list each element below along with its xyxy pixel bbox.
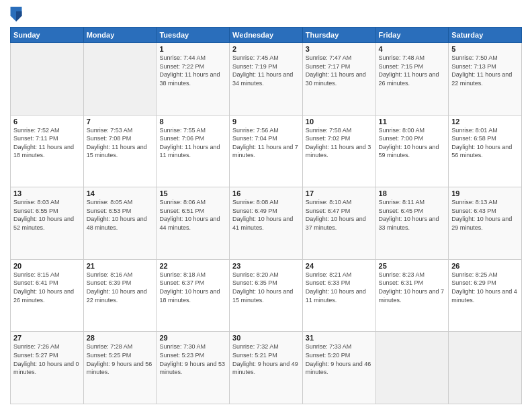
calendar-cell: 24Sunrise: 8:21 AM Sunset: 6:33 PM Dayli…	[302, 259, 375, 332]
day-info: Sunrise: 8:16 AM Sunset: 6:39 PM Dayligh…	[87, 271, 154, 304]
day-number: 21	[87, 262, 154, 270]
day-info: Sunrise: 7:32 AM Sunset: 5:21 PM Dayligh…	[232, 342, 300, 376]
calendar-cell: 15Sunrise: 8:06 AM Sunset: 6:51 PM Dayli…	[157, 187, 230, 260]
day-number: 2	[232, 45, 300, 53]
calendar-cell: 21Sunrise: 8:16 AM Sunset: 6:39 PM Dayli…	[83, 259, 157, 332]
svg-marker-1	[16, 11, 21, 21]
calendar-cell: 25Sunrise: 8:23 AM Sunset: 6:31 PM Dayli…	[375, 259, 449, 332]
day-number: 14	[87, 189, 154, 197]
calendar-cell: 28Sunrise: 7:28 AM Sunset: 5:25 PM Dayli…	[83, 332, 157, 404]
calendar-cell: 11Sunrise: 8:00 AM Sunset: 7:00 PM Dayli…	[375, 115, 449, 187]
day-info: Sunrise: 8:21 AM Sunset: 6:33 PM Dayligh…	[306, 271, 373, 304]
day-info: Sunrise: 7:56 AM Sunset: 7:04 PM Dayligh…	[232, 126, 300, 160]
day-info: Sunrise: 7:45 AM Sunset: 7:19 PM Dayligh…	[232, 54, 300, 87]
day-number: 23	[232, 262, 300, 270]
day-number: 11	[379, 118, 446, 126]
header-row: SundayMondayTuesdayWednesdayThursdayFrid…	[11, 28, 522, 43]
calendar-cell: 23Sunrise: 8:20 AM Sunset: 6:35 PM Dayli…	[230, 259, 303, 332]
day-header: Wednesday	[230, 28, 303, 43]
day-info: Sunrise: 7:26 AM Sunset: 5:27 PM Dayligh…	[13, 342, 81, 376]
day-info: Sunrise: 7:53 AM Sunset: 7:08 PM Dayligh…	[87, 126, 154, 160]
day-number: 7	[87, 118, 154, 126]
day-info: Sunrise: 8:05 AM Sunset: 6:53 PM Dayligh…	[87, 198, 154, 232]
day-info: Sunrise: 7:55 AM Sunset: 7:06 PM Dayligh…	[159, 126, 226, 160]
calendar-cell	[11, 43, 84, 116]
day-number: 16	[232, 189, 300, 197]
day-info: Sunrise: 8:23 AM Sunset: 6:31 PM Dayligh…	[379, 271, 446, 304]
day-number: 15	[159, 189, 226, 197]
day-number: 12	[451, 118, 519, 126]
day-info: Sunrise: 7:47 AM Sunset: 7:17 PM Dayligh…	[306, 54, 373, 87]
calendar-week: 6Sunrise: 7:52 AM Sunset: 7:11 PM Daylig…	[11, 115, 522, 187]
day-info: Sunrise: 7:52 AM Sunset: 7:11 PM Dayligh…	[13, 126, 81, 160]
day-info: Sunrise: 7:44 AM Sunset: 7:22 PM Dayligh…	[159, 54, 226, 87]
calendar-cell: 1Sunrise: 7:44 AM Sunset: 7:22 PM Daylig…	[157, 43, 230, 116]
day-header: Sunday	[11, 28, 84, 43]
header	[10, 7, 522, 21]
day-number: 25	[379, 262, 446, 270]
calendar-cell: 2Sunrise: 7:45 AM Sunset: 7:19 PM Daylig…	[230, 43, 303, 116]
calendar-cell: 14Sunrise: 8:05 AM Sunset: 6:53 PM Dayli…	[83, 187, 157, 260]
day-number: 9	[232, 118, 300, 126]
calendar-cell: 26Sunrise: 8:25 AM Sunset: 6:29 PM Dayli…	[449, 259, 522, 332]
day-number: 17	[306, 189, 373, 197]
day-info: Sunrise: 7:28 AM Sunset: 5:25 PM Dayligh…	[87, 342, 154, 376]
calendar-cell: 17Sunrise: 8:10 AM Sunset: 6:47 PM Dayli…	[302, 187, 375, 260]
calendar-cell: 30Sunrise: 7:32 AM Sunset: 5:21 PM Dayli…	[230, 332, 303, 404]
day-info: Sunrise: 8:13 AM Sunset: 6:43 PM Dayligh…	[451, 198, 519, 232]
day-info: Sunrise: 8:25 AM Sunset: 6:29 PM Dayligh…	[451, 271, 519, 304]
calendar-cell: 13Sunrise: 8:03 AM Sunset: 6:55 PM Dayli…	[11, 187, 84, 260]
page: SundayMondayTuesdayWednesdayThursdayFrid…	[0, 0, 532, 411]
day-info: Sunrise: 7:50 AM Sunset: 7:13 PM Dayligh…	[451, 54, 519, 87]
day-number: 19	[451, 189, 519, 197]
day-number: 8	[159, 118, 226, 126]
day-info: Sunrise: 8:11 AM Sunset: 6:45 PM Dayligh…	[379, 198, 446, 232]
calendar-cell: 4Sunrise: 7:48 AM Sunset: 7:15 PM Daylig…	[375, 43, 449, 116]
day-number: 22	[159, 262, 226, 270]
day-number: 30	[232, 334, 300, 342]
calendar-week: 20Sunrise: 8:15 AM Sunset: 6:41 PM Dayli…	[11, 259, 522, 332]
day-header: Monday	[83, 28, 157, 43]
day-header: Saturday	[449, 28, 522, 43]
calendar-cell: 10Sunrise: 7:58 AM Sunset: 7:02 PM Dayli…	[302, 115, 375, 187]
day-number: 10	[306, 118, 373, 126]
day-number: 18	[379, 189, 446, 197]
day-info: Sunrise: 7:48 AM Sunset: 7:15 PM Dayligh…	[379, 54, 446, 87]
calendar-week: 27Sunrise: 7:26 AM Sunset: 5:27 PM Dayli…	[11, 332, 522, 404]
day-info: Sunrise: 8:00 AM Sunset: 7:00 PM Dayligh…	[379, 126, 446, 160]
day-info: Sunrise: 8:06 AM Sunset: 6:51 PM Dayligh…	[159, 198, 226, 232]
calendar-cell	[83, 43, 157, 116]
day-number: 31	[306, 334, 373, 342]
day-info: Sunrise: 7:58 AM Sunset: 7:02 PM Dayligh…	[306, 126, 373, 160]
day-info: Sunrise: 7:30 AM Sunset: 5:23 PM Dayligh…	[159, 342, 226, 376]
calendar-cell: 19Sunrise: 8:13 AM Sunset: 6:43 PM Dayli…	[449, 187, 522, 260]
calendar-cell: 29Sunrise: 7:30 AM Sunset: 5:23 PM Dayli…	[157, 332, 230, 404]
calendar-cell	[375, 332, 449, 404]
day-number: 5	[451, 45, 519, 53]
day-number: 29	[159, 334, 226, 342]
day-number: 3	[306, 45, 373, 53]
day-info: Sunrise: 7:33 AM Sunset: 5:20 PM Dayligh…	[306, 342, 373, 376]
calendar-cell: 18Sunrise: 8:11 AM Sunset: 6:45 PM Dayli…	[375, 187, 449, 260]
day-header: Tuesday	[157, 28, 230, 43]
logo	[10, 7, 25, 21]
calendar-cell: 16Sunrise: 8:08 AM Sunset: 6:49 PM Dayli…	[230, 187, 303, 260]
logo-icon	[10, 7, 22, 21]
calendar-cell: 6Sunrise: 7:52 AM Sunset: 7:11 PM Daylig…	[11, 115, 84, 187]
calendar-cell: 7Sunrise: 7:53 AM Sunset: 7:08 PM Daylig…	[83, 115, 157, 187]
day-header: Friday	[375, 28, 449, 43]
calendar-cell: 3Sunrise: 7:47 AM Sunset: 7:17 PM Daylig…	[302, 43, 375, 116]
day-number: 24	[306, 262, 373, 270]
calendar-cell: 22Sunrise: 8:18 AM Sunset: 6:37 PM Dayli…	[157, 259, 230, 332]
calendar-cell: 5Sunrise: 7:50 AM Sunset: 7:13 PM Daylig…	[449, 43, 522, 116]
day-info: Sunrise: 8:18 AM Sunset: 6:37 PM Dayligh…	[159, 271, 226, 304]
day-number: 28	[87, 334, 154, 342]
calendar-week: 13Sunrise: 8:03 AM Sunset: 6:55 PM Dayli…	[11, 187, 522, 260]
day-info: Sunrise: 8:03 AM Sunset: 6:55 PM Dayligh…	[13, 198, 81, 232]
day-number: 6	[13, 118, 81, 126]
calendar-cell: 9Sunrise: 7:56 AM Sunset: 7:04 PM Daylig…	[230, 115, 303, 187]
day-number: 4	[379, 45, 446, 53]
day-info: Sunrise: 8:15 AM Sunset: 6:41 PM Dayligh…	[13, 271, 81, 304]
day-number: 1	[159, 45, 226, 53]
day-info: Sunrise: 8:01 AM Sunset: 6:58 PM Dayligh…	[451, 126, 519, 160]
